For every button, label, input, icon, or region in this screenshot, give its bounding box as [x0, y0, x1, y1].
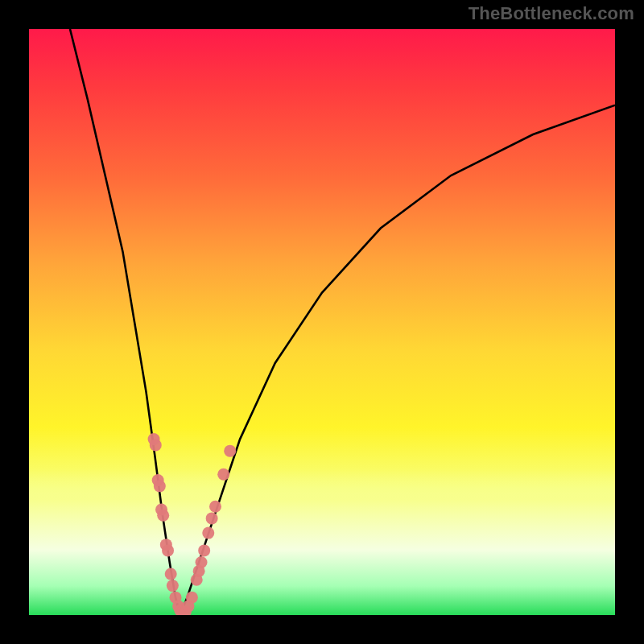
data-point: [209, 501, 221, 513]
data-point: [150, 439, 162, 451]
data-point: [167, 580, 179, 592]
data-point: [162, 544, 174, 556]
data-point: [186, 592, 198, 604]
data-points: [148, 433, 237, 615]
data-point: [154, 480, 166, 492]
data-point: [217, 469, 229, 481]
data-point: [206, 512, 218, 524]
chart-svg: [29, 29, 615, 615]
data-point: [196, 556, 208, 568]
data-point: [224, 445, 236, 457]
data-point: [165, 568, 177, 580]
data-point: [198, 544, 210, 556]
plot-area: [29, 29, 615, 615]
data-point: [157, 510, 169, 522]
curve-left: [70, 29, 180, 615]
chart-frame: TheBottleneck.com: [0, 0, 644, 644]
curve-right: [180, 105, 615, 615]
data-point: [202, 527, 214, 539]
watermark-label: TheBottleneck.com: [469, 3, 634, 24]
